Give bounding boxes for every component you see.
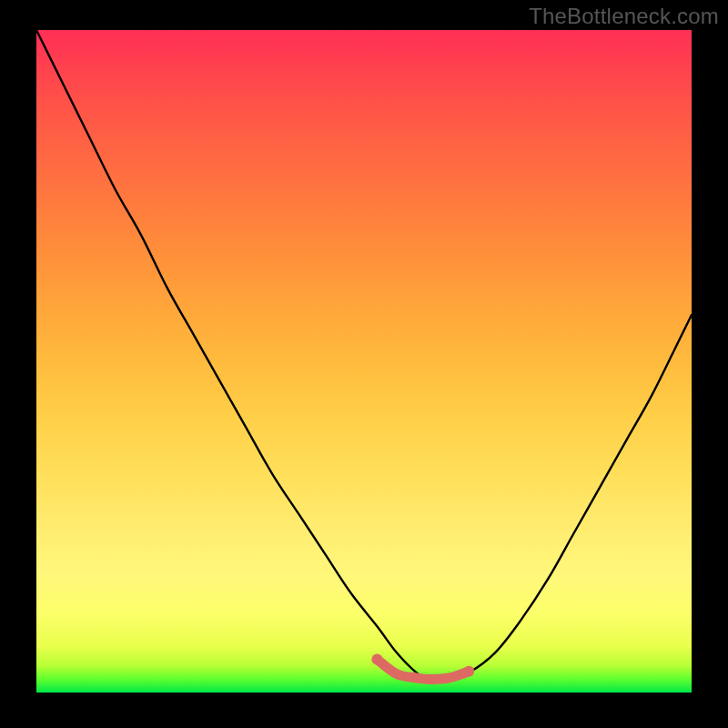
optimal-range-highlight <box>377 660 469 680</box>
highlight-endpoint <box>371 654 382 665</box>
plot-area <box>36 30 692 693</box>
watermark-text: TheBottleneck.com <box>529 4 719 29</box>
chart-frame: TheBottleneck.com <box>0 0 728 728</box>
curve-group <box>36 30 692 680</box>
highlight-endpoint <box>463 666 474 677</box>
curve-svg <box>36 30 692 693</box>
bottleneck-curve <box>36 30 692 680</box>
